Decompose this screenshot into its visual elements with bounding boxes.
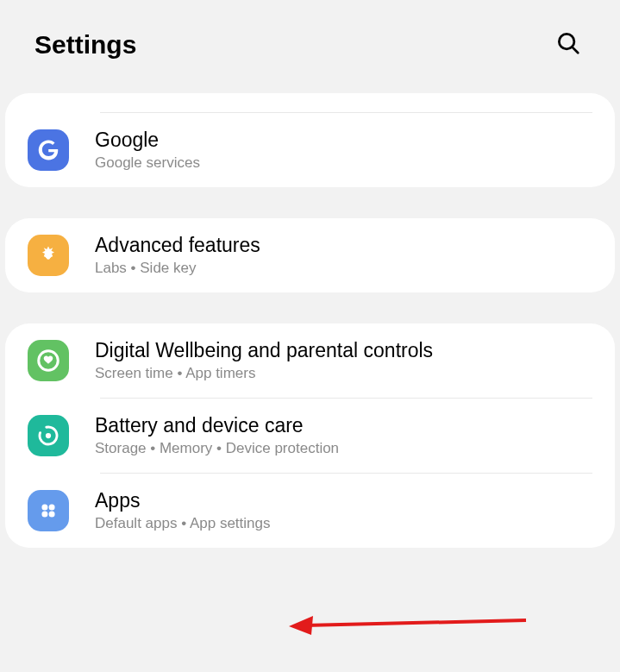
page-title: Settings [34, 30, 136, 60]
svg-line-12 [304, 620, 526, 625]
svg-point-10 [41, 512, 47, 518]
item-title: Digital Wellbeing and parental controls [95, 339, 433, 362]
apps-icon [28, 490, 69, 531]
svg-point-11 [49, 512, 55, 518]
google-icon [28, 129, 69, 171]
battery-device-care-icon [28, 415, 69, 456]
search-button[interactable] [551, 26, 586, 63]
svg-line-1 [572, 47, 578, 53]
item-title: Google [95, 129, 200, 152]
settings-group-device: Digital Wellbeing and parental controls … [5, 323, 615, 548]
search-icon [555, 30, 581, 56]
settings-item-battery-device-care[interactable]: Battery and device care Storage • Memory… [5, 399, 615, 473]
svg-rect-4 [44, 254, 52, 257]
settings-item-digital-wellbeing[interactable]: Digital Wellbeing and parental controls … [5, 323, 615, 398]
item-subtitle: Screen time • App timers [95, 365, 433, 382]
svg-point-9 [49, 504, 55, 510]
settings-group-google: Google Google services [5, 93, 615, 187]
item-subtitle: Default apps • App settings [95, 515, 270, 532]
settings-group-advanced: Advanced features Labs • Side key [5, 218, 615, 292]
settings-item-apps[interactable]: Apps Default apps • App settings [5, 474, 615, 548]
svg-point-8 [41, 504, 47, 510]
item-subtitle: Storage • Memory • Device protection [95, 440, 339, 457]
svg-marker-13 [289, 616, 313, 635]
item-title: Apps [95, 489, 270, 512]
item-subtitle: Labs • Side key [95, 260, 260, 277]
settings-item-advanced-features[interactable]: Advanced features Labs • Side key [5, 218, 615, 292]
annotation-arrow [289, 611, 530, 637]
item-title: Advanced features [95, 234, 260, 257]
advanced-features-icon [28, 235, 69, 276]
settings-item-google[interactable]: Google Google services [5, 113, 615, 187]
svg-point-7 [46, 433, 51, 438]
item-subtitle: Google services [95, 154, 200, 172]
digital-wellbeing-icon [28, 340, 69, 381]
settings-header: Settings [0, 0, 620, 93]
item-title: Battery and device care [95, 414, 339, 437]
